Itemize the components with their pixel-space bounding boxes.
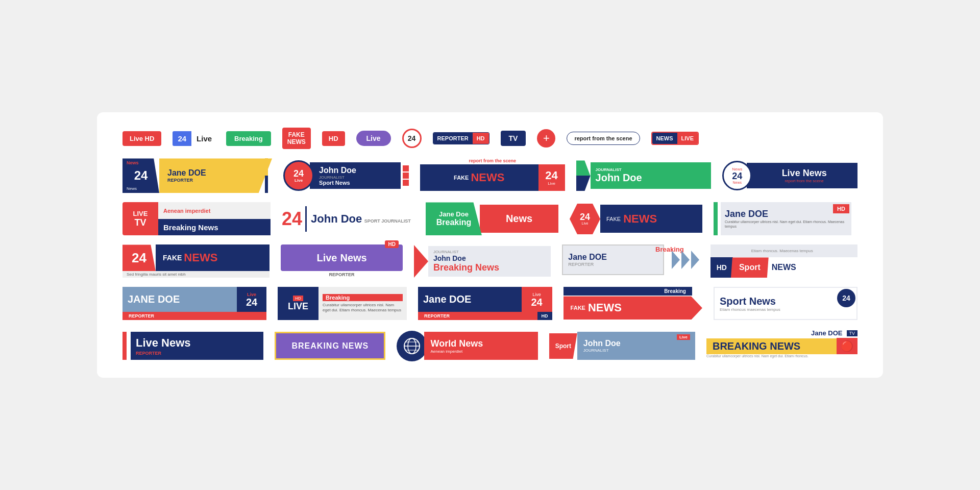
banner-jdbn-breaking: Breaking: [436, 218, 471, 227]
banner-janedoe2-top: Jane DOE Live 24: [418, 287, 552, 312]
banner-livenews-hd: HD: [385, 240, 398, 248]
banner-janetv-mid: BREAKING NEWS 🔴: [706, 338, 857, 354]
banner-jdreporter-arrows: [672, 251, 699, 269]
banner-2-circle: 24 Live: [283, 160, 314, 191]
banner-janetv-top: Jane DOE TV: [706, 329, 857, 338]
banner-janehd-name: Jane DOE: [725, 209, 847, 219]
banner-breakfake-fake: FAKE: [571, 305, 585, 311]
banner-janedoe24-bot: REPORTER: [122, 312, 266, 320]
banner-2-box1: [403, 165, 409, 172]
badge-report: report from the scene: [567, 132, 640, 145]
badge-24-text: Live: [193, 134, 215, 143]
banner-jane-doe-hd: Jane DOE Curabitur ullamcorper ultrices …: [714, 202, 851, 235]
banner-janehd-hd: HD: [833, 204, 849, 213]
banner-jane-doe-24: JANE DOE Live 24 REPORTER: [122, 287, 266, 320]
banner-livenews2-news: News: [161, 336, 190, 350]
banner-janedoe24-n24: 24: [246, 297, 257, 307]
banner-24fn-fake: FAKE: [606, 216, 621, 222]
badge-breaking-label: Breaking: [234, 135, 263, 142]
banner-24-jane-doe: News 24 News Jane DOE REPORTER: [122, 158, 272, 193]
badge-24-live: 24 Live: [173, 131, 215, 146]
badge-plus-label: +: [543, 132, 550, 145]
badge-fake-line2: NEWS: [287, 138, 306, 145]
banner-24fn-box: FAKE NEWS: [600, 205, 702, 233]
banner-5-news2: News: [733, 181, 742, 184]
banner-sportnews-top: Etiam rhoncus. Maecenas tempus: [710, 244, 857, 257]
banner-24-fake-news2: 24 FAKE NEWS Sed fringilla mauris sit am…: [122, 244, 270, 278]
banner-24-john-doe-sport2: 24 John Doe SPORT JOURNALIST: [282, 202, 414, 235]
banner-sportnews-hd: HD: [710, 257, 733, 278]
banner-breaking-news-purple: BREAKING NEWS: [275, 332, 385, 360]
banner-24fake-left: 24: [122, 244, 156, 271]
banner-1-role: REPORTER: [167, 178, 272, 183]
row-6-banners: Live News REPORTER BREAKING NEWS: [122, 329, 857, 362]
banner-24fn-hex: 24 Live: [570, 204, 600, 234]
banner-3-news: NEWS: [471, 171, 504, 184]
banner-livetv-left: LIVE TV: [122, 202, 158, 235]
banner-1-name: Jane DOE: [167, 168, 272, 178]
banner-4-journalist: JOURNALIST: [596, 167, 712, 172]
banner-fake-news-24: report from the scene FAKE NEWS 24 Live: [420, 158, 565, 193]
banner-livetv-aenean: Aenean imperdiet: [158, 202, 271, 219]
banner-3-fn: FAKE NEWS: [420, 164, 538, 191]
banner-2-journalist: JOURNALIST: [319, 175, 401, 180]
banner-livetv-live: LIVE: [133, 210, 148, 217]
banner-24jd-divider: [305, 206, 307, 232]
banner-breaking-fake-news: Breaking FAKE NEWS: [564, 287, 702, 320]
banner-24jd-num: 24: [282, 210, 302, 228]
banner-24jd-role: SPORT JOURNALIST: [364, 218, 411, 224]
badge-tv: TV: [501, 131, 526, 146]
banner-worldnews-sub: Aenean imperdiet: [430, 349, 537, 354]
banner-livenews-news: News: [340, 252, 366, 264]
main-canvas: Live HD 24 Live Breaking FAKE NEWS HD Li…: [97, 112, 883, 378]
banner-24fn-live: Live: [582, 222, 589, 225]
banner-janetv-news: 🔴: [837, 338, 857, 354]
banner-livenews2-bar: [122, 332, 127, 360]
banner-3-n24: 24: [545, 170, 557, 181]
banner-1-news-top: News: [127, 160, 139, 165]
banner-3-right24: 24 Live: [538, 164, 565, 191]
banner-sport-news: Etiam rhoncus. Maecenas tempus HD Sport …: [710, 244, 857, 278]
banner-jdbn-left: Jane Doe Breaking: [426, 202, 482, 235]
badge-fake-news: FAKE NEWS: [282, 128, 311, 150]
banner-livebreaking-right: Breaking Curabitur ullamcorper ultrices …: [318, 287, 407, 320]
banner-janehd-main: Jane DOE Curabitur ullamcorper ultrices …: [721, 202, 851, 235]
banner-sportjohn-main: Live John Doe JOURNALIST: [577, 332, 695, 360]
banner-live-breaking: HD LIVE Breaking Curabitur ullamcorper u…: [278, 287, 407, 320]
banner-livebreaking-breaking: Breaking: [323, 294, 403, 301]
banner-jdbreak-name: John Doe: [433, 254, 551, 262]
banner-3-fake: FAKE: [454, 175, 469, 181]
banner-worldnews-globe: [397, 331, 427, 361]
banner-janedoe2-n24: 24: [531, 297, 542, 307]
banner-livebreaking-desc: Curabitur ullamcorper ultrices nisl. Nam…: [323, 303, 403, 313]
banner-livenews-reporter: REPORTER: [281, 272, 403, 277]
banner-3-live: Live: [548, 181, 555, 186]
banner-livetv-tv: TV: [134, 217, 146, 228]
banner-2-box3: [403, 180, 409, 186]
banner-sportjohn-name: John Doe: [583, 339, 695, 348]
badge-breaking: Breaking: [226, 131, 271, 146]
banner-live-tv: LIVE TV Aenean imperdiet Breaking News: [122, 202, 271, 235]
banner-24jd-info: John Doe SPORT JOURNALIST: [311, 212, 411, 226]
banner-livebreaking-left: HD LIVE: [278, 287, 318, 320]
banner-live-news-reporter: Live News REPORTER: [122, 329, 263, 362]
banner-janetv-bot: Curabitur ullamcorper ultrices nisl. Nam…: [706, 354, 857, 358]
banner-janedoe2-bot: REPORTER HD: [418, 312, 552, 320]
banner-jdreporter-role: REPORTER: [568, 262, 663, 267]
banner-2-boxes: [403, 165, 409, 186]
banner-jdreporter-box: Jane DOE REPORTER: [562, 244, 664, 275]
badge-live-hd: Live HD: [122, 131, 161, 146]
banner-24fake-top: 24 FAKE NEWS: [122, 244, 270, 271]
banner-jdreporter-arrow1: [672, 251, 680, 269]
banner-5-live: Live News: [782, 168, 827, 179]
banner-jdreporter-arrow3: [691, 251, 699, 269]
badge-news-left: NEWS: [652, 133, 677, 144]
banner-3-report: report from the scene: [420, 158, 565, 163]
row-5-banners: JANE DOE Live 24 REPORTER HD LIVE Breaki…: [122, 287, 857, 320]
banner-jane-doe-breaking: Jane Doe Breaking News: [426, 202, 558, 235]
banner-5-n24: 24: [732, 172, 742, 181]
banner-breakfake-top: Breaking: [564, 287, 692, 296]
banner-24-live-news: News 24 News Live News report from the s…: [722, 158, 857, 193]
banner-livetv-breaking: Breaking News: [158, 219, 271, 236]
badge-live-hd-label: Live HD: [130, 135, 154, 142]
